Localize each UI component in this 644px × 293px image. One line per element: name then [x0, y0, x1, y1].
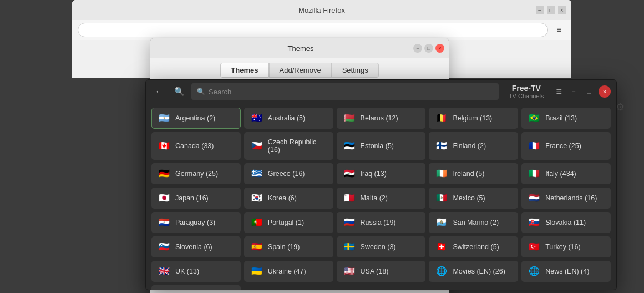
channel-name: Portugal (1)	[268, 219, 304, 226]
channel-name: Czech Republic (16)	[268, 138, 327, 154]
channel-item[interactable]: 🇵🇹Portugal (1)	[244, 212, 333, 233]
channel-name: Russia (19)	[361, 219, 396, 226]
channel-item[interactable]: 🇪🇪Estonia (5)	[337, 132, 426, 160]
flag-icon: 🇮🇶	[343, 169, 356, 178]
freetv-close-btn[interactable]: ×	[599, 85, 611, 98]
search-icon: 🔍	[197, 88, 205, 95]
channel-item[interactable]: 🇪🇸Spain (19)	[244, 236, 333, 257]
channel-item[interactable]: 🇨🇭Switzerland (5)	[429, 236, 518, 257]
flag-icon: 🇸🇰	[528, 218, 541, 227]
firefox-maximize-btn[interactable]: □	[547, 6, 555, 14]
tab-themes[interactable]: Themes	[220, 63, 268, 78]
channel-item[interactable]: 🇨🇿Czech Republic (16)	[244, 132, 333, 160]
channel-item[interactable]: 🇲🇹Malta (2)	[337, 188, 426, 209]
channel-item[interactable]: 🇫🇮Finland (2)	[429, 132, 518, 160]
channel-item[interactable]: 🇺🇸USA (18)	[337, 261, 426, 282]
channel-item[interactable]: 🇳🇱Netherlands (16)	[521, 188, 611, 209]
freetv-minimize-btn[interactable]: −	[567, 85, 580, 98]
channel-name: Slovenia (6)	[175, 243, 212, 251]
firefox-close-btn[interactable]: ×	[558, 6, 566, 14]
channel-item[interactable]: 🇸🇲San Marino (2)	[429, 212, 518, 233]
channel-item[interactable]: 🌐News (EN) (4)	[521, 261, 611, 282]
freetv-menu-icon[interactable]: ≡	[554, 86, 564, 98]
channel-item[interactable]: 🇯🇵Japan (16)	[151, 188, 241, 209]
freetv-search-bar[interactable]: 🔍 Search	[191, 83, 499, 100]
channel-item[interactable]: 🇨🇦Canada (33)	[151, 132, 241, 160]
channel-item[interactable]: 🇫🇷France (25)	[521, 132, 611, 160]
channel-name: Argentina (2)	[175, 114, 215, 122]
channel-item[interactable]: 🇸🇪Sweden (3)	[337, 236, 426, 257]
channel-name: Movies (EN) (26)	[453, 267, 505, 275]
freetv-maximize-btn[interactable]: □	[583, 85, 595, 98]
themes-maximize-btn[interactable]: □	[424, 44, 433, 53]
flag-icon: 🇨🇿	[250, 142, 263, 150]
channel-name: Ukraine (47)	[268, 267, 306, 275]
flag-icon: 🇯🇵	[158, 194, 171, 203]
flag-icon: 🇫🇷	[528, 142, 541, 150]
flag-icon: 🇸🇲	[435, 218, 448, 227]
freetv-search-btn[interactable]: 🔍	[171, 84, 187, 99]
flag-icon: 🇮🇹	[528, 169, 541, 178]
flag-icon: 🇮🇪	[435, 169, 448, 178]
flag-icon: 🇩🇪	[158, 169, 171, 178]
channel-name: France (25)	[545, 142, 581, 150]
settings-gear-icon[interactable]: ⚙	[616, 101, 625, 113]
flag-icon: 🇧🇪	[435, 114, 448, 123]
themes-win-controls: − □ ×	[413, 44, 444, 53]
channel-item[interactable]: 🌐News (ES) (2)	[151, 285, 241, 290]
flag-icon: 🇲🇹	[343, 194, 356, 203]
channel-item[interactable]: 🇬🇧UK (13)	[151, 261, 241, 282]
flag-icon: 🇸🇮	[158, 243, 171, 251]
channel-item[interactable]: 🇧🇪Belgium (13)	[429, 108, 518, 129]
channel-name: Belarus (12)	[361, 114, 398, 122]
firefox-titlebar: Mozilla Firefox − □ ×	[72, 0, 571, 20]
channel-grid: 🇦🇷Argentina (2)🇦🇺Australia (5)🇧🇾Belarus …	[151, 108, 611, 290]
channel-item[interactable]: 🇺🇦Ukraine (47)	[244, 261, 333, 282]
channel-item[interactable]: 🇸🇮Slovenia (6)	[151, 236, 241, 257]
channel-item[interactable]: 🇮🇪Ireland (5)	[429, 163, 518, 184]
firefox-minimize-btn[interactable]: −	[536, 6, 544, 14]
channel-item[interactable]: 🇩🇪Germany (25)	[151, 163, 241, 184]
channel-item[interactable]: 🇧🇷Brazil (13)	[521, 108, 611, 129]
channel-item[interactable]: 🇦🇺Australia (5)	[244, 108, 333, 129]
freetv-window: ← 🔍 🔍 Search Free-TV TV Channels ≡ − □ ×…	[145, 79, 617, 290]
tab-add-remove[interactable]: Add/Remove	[269, 63, 332, 78]
channel-item[interactable]: 🇮🇹Italy (434)	[521, 163, 611, 184]
channel-item[interactable]: 🌐Movies (EN) (26)	[429, 261, 518, 282]
channel-name: Sweden (3)	[361, 243, 396, 251]
channel-name: Estonia (5)	[361, 142, 394, 150]
flag-icon: 🇦🇷	[158, 114, 171, 123]
firefox-addressbar[interactable]	[78, 23, 548, 37]
channel-name: Germany (25)	[175, 170, 218, 178]
channel-item[interactable]: 🇵🇾Paraguay (3)	[151, 212, 241, 233]
channel-item[interactable]: 🇷🇺Russia (19)	[337, 212, 426, 233]
themes-minimize-btn[interactable]: −	[413, 44, 422, 53]
channel-item[interactable]: 🇰🇷Korea (6)	[244, 188, 333, 209]
channel-name: Italy (434)	[545, 170, 576, 178]
flag-icon: 🇨🇦	[158, 142, 171, 150]
flag-icon: 🇧🇷	[528, 114, 541, 123]
channel-item[interactable]: 🇸🇰Slovakia (11)	[521, 212, 611, 233]
channel-name: Japan (16)	[175, 194, 209, 202]
channel-item[interactable]: 🇮🇶Iraq (13)	[337, 163, 426, 184]
channel-item[interactable]: 🇲🇽Mexico (5)	[429, 188, 518, 209]
firefox-toolbar: ≡	[72, 20, 571, 40]
firefox-window-controls: − □ ×	[536, 6, 566, 14]
channel-item[interactable]: 🇧🇾Belarus (12)	[337, 108, 426, 129]
channel-name: Greece (16)	[268, 170, 305, 178]
firefox-title: Mozilla Firefox	[298, 6, 345, 14]
channel-item[interactable]: 🇦🇷Argentina (2)	[151, 108, 241, 129]
flag-icon: 🇨🇭	[435, 243, 448, 251]
themes-close-btn[interactable]: ×	[435, 44, 444, 53]
tab-settings[interactable]: Settings	[332, 63, 379, 78]
channel-item[interactable]: 🇹🇷Turkey (16)	[521, 236, 611, 257]
channel-name: Iraq (13)	[361, 170, 387, 178]
channel-name: Switzerland (5)	[453, 243, 499, 251]
freetv-back-btn[interactable]: ←	[151, 84, 167, 99]
channel-name: USA (18)	[361, 267, 389, 275]
channel-item[interactable]: 🇬🇷Greece (16)	[244, 163, 333, 184]
flag-icon: 🇬🇷	[250, 169, 263, 178]
firefox-menu-icon[interactable]: ≡	[552, 23, 566, 37]
freetv-title-main: Free-TV	[509, 84, 544, 93]
channel-name: Slovakia (11)	[545, 219, 586, 226]
